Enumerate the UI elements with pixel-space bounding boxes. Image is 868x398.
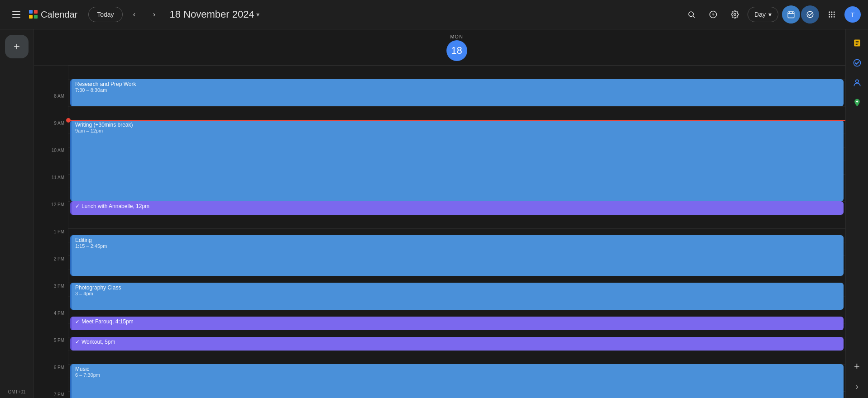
- event-research[interactable]: Research and Prep Work7:30 – 8:30am: [70, 79, 844, 106]
- svg-rect-1: [12, 14, 20, 15]
- create-icon: +: [14, 40, 20, 53]
- svg-point-21: [834, 16, 835, 18]
- left-sidebar: + GMT+01: [0, 29, 34, 398]
- time-label-16: 4 PM: [54, 311, 64, 316]
- event-music[interactable]: Music6 – 7:30pm: [70, 364, 844, 398]
- event-title-writing: Writing (+30mins break): [75, 122, 840, 128]
- event-time-research: 7:30 – 8:30am: [75, 87, 840, 93]
- time-label-19: 7 PM: [54, 392, 64, 397]
- svg-point-13: [829, 11, 830, 13]
- event-title-music: Music: [75, 366, 840, 372]
- event-time-editing: 1:15 – 2:45pm: [75, 243, 840, 249]
- time-label-14: 2 PM: [54, 256, 64, 261]
- create-button[interactable]: +: [5, 35, 29, 58]
- user-avatar[interactable]: T: [844, 6, 861, 23]
- day-number[interactable]: 18: [446, 40, 467, 61]
- day-column-header: MON 18: [68, 30, 845, 65]
- event-check-icon: ✓: [75, 339, 80, 345]
- event-check-icon: ✓: [75, 203, 80, 209]
- time-gutter: 8 AM9 AM10 AM11 AM12 PM1 PM2 PM3 PM4 PM5…: [34, 66, 68, 398]
- add-right-button[interactable]: +: [849, 358, 865, 374]
- svg-point-7: [734, 14, 736, 16]
- events-column: Research and Prep Work7:30 – 8:30amWriti…: [68, 66, 845, 398]
- expand-right-button[interactable]: ›: [849, 378, 865, 394]
- google-logo-icon: [29, 10, 38, 19]
- calendar-area: MON 18 8 AM9 AM10 AM11 AM12 PM1 PM2 PM3 …: [34, 29, 845, 398]
- event-lunch[interactable]: ✓Lunch with Annabelle, 12pm: [70, 201, 844, 215]
- time-label-9: 9 AM: [54, 121, 64, 126]
- svg-rect-0: [12, 11, 20, 12]
- avatar-letter: T: [850, 11, 854, 19]
- app-name: Calendar: [41, 9, 77, 20]
- event-title-research: Research and Prep Work: [75, 81, 840, 87]
- svg-point-15: [834, 11, 835, 13]
- svg-point-27: [855, 80, 858, 83]
- time-grid: 8 AM9 AM10 AM11 AM12 PM1 PM2 PM3 PM4 PM5…: [34, 66, 845, 398]
- maps-icon-button[interactable]: [849, 95, 865, 111]
- view-selector-button[interactable]: Day ▾: [748, 7, 778, 22]
- contacts-icon-button[interactable]: [849, 75, 865, 91]
- view-toggle-group: [782, 5, 819, 24]
- help-button[interactable]: ?: [704, 5, 722, 24]
- tasks-icon-button[interactable]: [849, 55, 865, 71]
- event-title-meet-farouq: ✓Meet Farouq, 4:15pm: [75, 318, 840, 325]
- calendar-view-toggle[interactable]: [782, 5, 800, 24]
- header-date-display[interactable]: 18 November 2024 ▾: [170, 9, 259, 20]
- event-title-editing: Editing: [75, 237, 840, 243]
- time-label-12: 12 PM: [51, 202, 64, 207]
- half-hour-line-12: [68, 215, 845, 215]
- settings-button[interactable]: [726, 5, 744, 24]
- event-time-writing: 9am – 12pm: [75, 128, 840, 133]
- event-time-photography: 3 – 4pm: [75, 291, 840, 296]
- date-dropdown-arrow: ▾: [256, 11, 259, 18]
- right-sidebar: + ›: [845, 29, 868, 398]
- event-title-photography: Photography Class: [75, 284, 840, 291]
- event-meet-farouq[interactable]: ✓Meet Farouq, 4:15pm: [70, 317, 844, 330]
- event-title-lunch: ✓Lunch with Annabelle, 12pm: [75, 203, 840, 209]
- hour-line-7: [68, 66, 845, 66]
- svg-point-20: [831, 16, 833, 18]
- hour-line-13: [68, 228, 845, 229]
- app-header: Calendar Today ‹ › 18 November 2024 ▾ ? …: [0, 0, 868, 29]
- task-view-toggle[interactable]: [801, 5, 819, 24]
- event-editing[interactable]: Editing1:15 – 2:45pm: [70, 235, 844, 276]
- main-area: + GMT+01 MON 18 8 AM9 AM10 AM11 AM12 PM1…: [0, 29, 868, 398]
- next-nav-button[interactable]: ›: [146, 6, 163, 23]
- date-text: 18 November 2024: [170, 9, 254, 20]
- current-time-dot: [66, 118, 71, 123]
- event-writing[interactable]: Writing (+30mins break)9am – 12pm: [70, 120, 844, 201]
- timezone-label: GMT+01: [8, 389, 25, 398]
- hour-line-16: [68, 310, 845, 310]
- view-label: Day: [754, 11, 766, 18]
- search-button[interactable]: [682, 5, 700, 24]
- hamburger-menu-button[interactable]: [7, 5, 25, 24]
- notes-icon-button[interactable]: [849, 35, 865, 51]
- event-photography[interactable]: Photography Class3 – 4pm: [70, 283, 844, 310]
- time-label-15: 3 PM: [54, 284, 64, 289]
- half-hour-line-17: [68, 351, 845, 351]
- svg-point-17: [831, 14, 833, 15]
- svg-point-14: [831, 11, 833, 13]
- time-label-11: 11 AM: [52, 175, 64, 180]
- today-button[interactable]: Today: [88, 7, 122, 22]
- day-name: MON: [450, 34, 463, 39]
- time-label-18: 6 PM: [54, 365, 64, 370]
- svg-rect-2: [12, 17, 20, 18]
- time-label-13: 1 PM: [54, 229, 64, 234]
- logo-area: Calendar: [29, 9, 77, 20]
- day-header: MON 18: [34, 29, 845, 66]
- time-label-8: 8 AM: [54, 94, 64, 99]
- current-time-line: [68, 120, 845, 121]
- svg-text:?: ?: [712, 12, 715, 17]
- svg-rect-8: [788, 12, 794, 18]
- svg-point-16: [829, 14, 830, 15]
- prev-nav-button[interactable]: ‹: [126, 6, 143, 23]
- view-dropdown-arrow: ▾: [768, 11, 772, 18]
- svg-point-28: [856, 100, 858, 102]
- time-label-10: 10 AM: [52, 148, 64, 153]
- event-check-icon: ✓: [75, 318, 80, 325]
- event-title-workout: ✓Workout, 5pm: [75, 339, 840, 345]
- half-hour-line-8: [68, 106, 845, 107]
- apps-button[interactable]: [823, 5, 841, 24]
- event-workout[interactable]: ✓Workout, 5pm: [70, 337, 844, 351]
